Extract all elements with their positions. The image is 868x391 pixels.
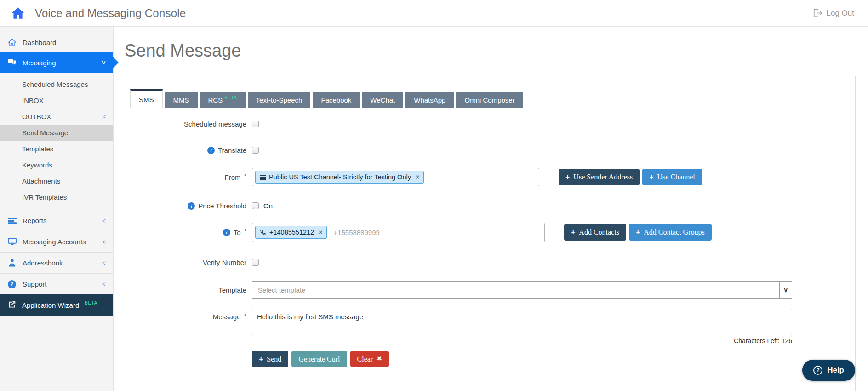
verify-number-checkbox[interactable] — [252, 259, 259, 266]
app-title: Voice and Messaging Console — [35, 7, 186, 20]
tab-label: MMS — [173, 96, 189, 104]
template-select[interactable]: Select template ∨ — [252, 281, 792, 299]
verify-number-row: Verify Number — [130, 259, 855, 266]
home-icon[interactable] — [11, 7, 25, 19]
info-icon[interactable]: i — [223, 229, 230, 236]
plus-icon: + — [259, 356, 263, 363]
reports-icon — [7, 217, 17, 224]
add-contacts-button[interactable]: + Add Contacts — [564, 224, 626, 240]
use-channel-button[interactable]: + Use Channel — [642, 169, 702, 185]
tab-omni-composer[interactable]: Omni Composer — [456, 92, 523, 108]
app-header: Voice and Messaging Console Log Out — [0, 0, 868, 27]
scheduled-message-row: Scheduled message — [130, 120, 855, 128]
characters-left: Characters Left: 126 — [252, 337, 792, 345]
sidebar-item-label: Support — [23, 280, 47, 288]
chevron-left-icon: < — [102, 259, 106, 267]
required-asterisk: * — [244, 172, 246, 180]
to-input[interactable]: +14085551212 × — [252, 223, 545, 242]
tab-rcs[interactable]: RCS BETA — [200, 92, 246, 108]
chevron-down-icon: ∨ — [101, 59, 106, 66]
sidebar-item-label: Messaging — [23, 59, 56, 67]
field-label: Message — [213, 313, 241, 321]
tab-whatsapp[interactable]: WhatsApp — [405, 92, 454, 108]
remove-tag-icon[interactable]: × — [416, 173, 419, 181]
beta-badge: BETA — [224, 95, 237, 100]
sidebar: Dashboard Messaging ∨ Scheduled Messages… — [0, 27, 114, 391]
tab-label: WeChat — [370, 96, 395, 104]
send-message-form: Scheduled message i Translate From * — [130, 120, 855, 367]
to-number-text-input[interactable] — [332, 228, 542, 237]
send-button[interactable]: + Send — [252, 351, 288, 367]
message-textarea[interactable]: Hello this is my first SMS message — [252, 309, 792, 335]
sidebar-subitem-scheduled-messages[interactable]: Scheduled Messages — [0, 76, 113, 92]
button-label: Clear — [357, 355, 373, 363]
sidebar-item-messaging[interactable]: Messaging ∨ — [0, 52, 113, 73]
sidebar-subitem-ivr-templates[interactable]: IVR Templates — [0, 189, 113, 205]
logout-icon — [813, 9, 822, 17]
tab-label: SMS — [139, 96, 154, 104]
page-title: Send Message — [125, 40, 868, 61]
add-contact-groups-button[interactable]: + Add Contact Groups — [629, 224, 712, 240]
button-label: Use Channel — [657, 172, 695, 181]
sidebar-item-addressbook[interactable]: Addressbook < — [0, 252, 113, 273]
sidebar-subitem-attachments[interactable]: Attachments — [0, 173, 113, 189]
tag-label: Public US Test Channel- Strictly for Tes… — [269, 173, 411, 181]
price-threshold-row: i Price Threshold On — [130, 202, 855, 210]
use-sender-address-button[interactable]: + Use Sender Address — [559, 169, 640, 185]
scheduled-message-checkbox[interactable] — [252, 121, 259, 127]
tab-wechat[interactable]: WeChat — [362, 92, 403, 108]
to-number-tag: +14085551212 × — [255, 226, 327, 239]
tab-sms[interactable]: SMS — [130, 89, 163, 108]
field-label: Template — [218, 286, 246, 294]
sidebar-subitem-inbox[interactable]: INBOX — [0, 92, 113, 109]
from-input[interactable]: Public US Test Channel- Strictly for Tes… — [252, 168, 539, 186]
tab-label: Omni Composer — [464, 96, 514, 104]
subitem-label: Templates — [22, 145, 53, 153]
sidebar-subitem-templates[interactable]: Templates — [0, 141, 113, 157]
field-label: Price Threshold — [198, 202, 246, 210]
remove-tag-icon[interactable]: × — [319, 229, 322, 236]
question-circle-icon: ? — [813, 366, 822, 375]
chevron-left-icon: < — [102, 238, 106, 246]
field-label: To — [234, 229, 241, 236]
template-placeholder: Select template — [252, 282, 779, 298]
plus-icon: + — [565, 173, 570, 181]
sidebar-item-reports[interactable]: Reports < — [0, 210, 113, 231]
sidebar-item-label: Messaging Accounts — [23, 238, 86, 246]
sidebar-item-application-wizard[interactable]: Application Wizard BETA — [0, 294, 113, 316]
info-icon[interactable]: i — [188, 202, 195, 210]
required-asterisk: * — [244, 312, 246, 320]
required-asterisk: * — [244, 228, 246, 235]
sidebar-item-messaging-accounts[interactable]: Messaging Accounts < — [0, 231, 113, 252]
logout-label: Log Out — [827, 9, 855, 18]
sidebar-item-support[interactable]: ? Support < — [0, 273, 113, 294]
messaging-submenu: Scheduled Messages INBOX OUTBOX < Send M… — [0, 73, 113, 210]
select-chevron-icon[interactable]: ∨ — [779, 282, 792, 298]
subitem-label: INBOX — [22, 97, 44, 104]
help-button[interactable]: ? Help — [802, 360, 855, 381]
info-icon[interactable]: i — [207, 147, 215, 154]
chevron-left-icon: < — [102, 217, 106, 224]
clear-button[interactable]: Clear ✖ — [350, 351, 389, 367]
person-icon — [7, 259, 17, 267]
sidebar-subitem-outbox[interactable]: OUTBOX < — [0, 109, 113, 125]
tab-mms[interactable]: MMS — [165, 92, 198, 108]
active-item-pointer — [113, 57, 119, 68]
logout-button[interactable]: Log Out — [813, 9, 855, 18]
generate-curl-button[interactable]: Generate Curl — [291, 351, 347, 367]
template-row: Template Select template ∨ — [130, 281, 855, 299]
tab-facebook[interactable]: Facebook — [313, 92, 360, 108]
monitor-icon — [7, 238, 17, 246]
sidebar-item-dashboard[interactable]: Dashboard — [0, 32, 113, 52]
x-icon: ✖ — [377, 355, 382, 363]
price-threshold-checkbox[interactable] — [252, 202, 259, 209]
sidebar-subitem-keywords[interactable]: Keywords — [0, 157, 113, 173]
field-label: Scheduled message — [184, 120, 246, 128]
button-label: Send — [267, 355, 281, 363]
tab-text-to-speech[interactable]: Text-to-Speech — [248, 92, 311, 108]
translate-checkbox[interactable] — [252, 147, 259, 154]
sidebar-subitem-send-message[interactable]: Send Message — [0, 125, 113, 141]
field-label: From — [225, 173, 241, 181]
subitem-label: Attachments — [22, 177, 60, 185]
subitem-label: Keywords — [22, 161, 52, 169]
